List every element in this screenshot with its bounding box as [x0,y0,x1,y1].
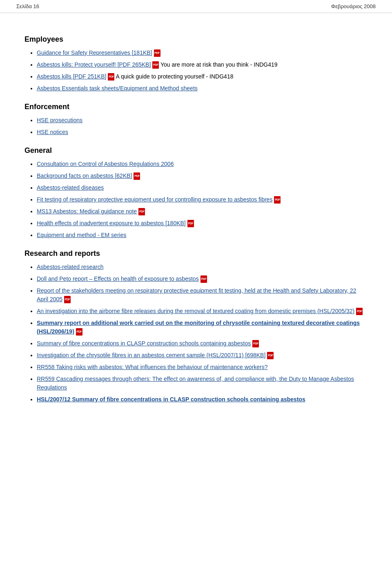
link-research-0[interactable]: Asbestos-related research [37,264,103,270]
page-date: Φεβρουάριος 2008 [331,3,376,9]
list-item: Health effects of inadvertent exposure t… [37,219,368,228]
list-item: HSE notices [37,128,368,137]
link-list-research: Asbestos-related researchDoll and Peto r… [24,263,368,404]
list-item: Consultation on Control of Asbestos Regu… [37,160,368,168]
pdf-icon: PDF [134,172,140,180]
list-item: Asbestos-related research [37,263,368,271]
list-item: RR558 Taking risks with asbestos: What i… [37,363,368,372]
link-research-2[interactable]: Report of the stakeholders meeting on re… [37,287,356,302]
pdf-icon: PDF [200,275,207,283]
link-general-0[interactable]: Consultation on Control of Asbestos Regu… [37,161,174,167]
link-employees-0[interactable]: Guidance for Safety Representatives [181… [37,49,152,56]
list-item: Asbestos Essentials task sheets/Equipmen… [37,84,368,93]
section-heading-research: Research and reports [24,249,368,258]
page-number: Σελίδα 16 [16,3,39,9]
pdf-icon: PDF [108,73,114,81]
main-content: EmployeesGuidance for Safety Representat… [8,21,384,426]
section-heading-general: General [24,146,368,155]
pdf-icon: PDF [76,328,82,336]
link-list-enforcement: HSE prosecutionsHSE notices [24,116,368,137]
link-employees-1[interactable]: Asbestos kills: Protect yourself! [PDF 2… [37,61,151,68]
pdf-icon: PDF [274,196,281,204]
list-item: Background facts on asbestos [62KB]PDF [37,172,368,180]
link-employees-3[interactable]: Asbestos Essentials task sheets/Equipmen… [37,85,198,92]
pdf-icon: PDF [154,49,160,57]
list-item: Asbestos kills [PDF 251KB]PDF A quick gu… [37,72,368,81]
list-item: Summary report on additional work carrie… [37,319,368,336]
pdf-icon: PDF [267,352,274,359]
link-research-1[interactable]: Doll and Peto report – Effects on health… [37,275,199,282]
pdf-icon: PDF [152,61,159,69]
list-item: Fit testing of respiratory protective eq… [37,195,368,204]
link-research-4[interactable]: Summary report on additional work carrie… [37,320,360,335]
list-item: HSE prosecutions [37,116,368,125]
link-general-4[interactable]: MS13 Asbestos: Medical guidance note [37,208,137,215]
list-item: An investigation into the airborne fibre… [37,307,368,316]
link-suffix: A quick guide to protecting yourself - I… [114,73,233,80]
section-heading-enforcement: Enforcement [24,103,368,111]
list-item: HSL/2007/12 Summary of fibre concentrati… [37,395,368,404]
link-research-8[interactable]: RR559 Cascading messages through others:… [37,376,354,391]
link-general-3[interactable]: Fit testing of respiratory protective eq… [37,196,272,203]
link-research-3[interactable]: An investigation into the airborne fibre… [37,308,354,314]
list-item: Summary of fibre concentrations in CLASP… [37,339,368,348]
page-header: Σελίδα 16 Φεβρουάριος 2008 [0,0,392,13]
list-item: Doll and Peto report – Effects on health… [37,275,368,283]
link-general-6[interactable]: Equipment and method - EM series [37,232,126,238]
link-enforcement-1[interactable]: HSE notices [37,129,68,135]
list-item: Asbestos-related diseases [37,184,368,192]
link-research-5[interactable]: Summary of fibre concentrations in CLASP… [37,340,251,347]
link-general-5[interactable]: Health effects of inadvertent exposure t… [37,220,186,226]
link-enforcement-0[interactable]: HSE prosecutions [37,117,82,123]
list-item: RR559 Cascading messages through others:… [37,375,368,392]
pdf-icon: PDF [356,308,363,315]
link-research-7[interactable]: RR558 Taking risks with asbestos: What i… [37,364,267,370]
link-employees-2[interactable]: Asbestos kills [PDF 251KB] [37,73,106,80]
link-research-9[interactable]: HSL/2007/12 Summary of fibre concentrati… [37,396,305,403]
link-suffix: You are more at risk than you think - IN… [159,61,277,68]
link-general-2[interactable]: Asbestos-related diseases [37,184,104,191]
pdf-icon: PDF [252,340,259,347]
list-item: Equipment and method - EM series [37,231,368,239]
list-item: Report of the stakeholders meeting on re… [37,286,368,304]
section-heading-employees: Employees [24,35,368,44]
pdf-icon: PDF [64,296,71,303]
link-research-6[interactable]: Investigation of the chrysotile fibres i… [37,352,265,358]
link-list-general: Consultation on Control of Asbestos Regu… [24,160,368,239]
link-general-1[interactable]: Background facts on asbestos [62KB] [37,172,132,179]
list-item: MS13 Asbestos: Medical guidance notePDF [37,207,368,216]
list-item: Guidance for Safety Representatives [181… [37,49,368,57]
link-list-employees: Guidance for Safety Representatives [181… [24,49,368,93]
pdf-icon: PDF [187,220,194,227]
list-item: Asbestos kills: Protect yourself! [PDF 2… [37,60,368,69]
list-item: Investigation of the chrysotile fibres i… [37,351,368,360]
pdf-icon: PDF [138,208,145,215]
